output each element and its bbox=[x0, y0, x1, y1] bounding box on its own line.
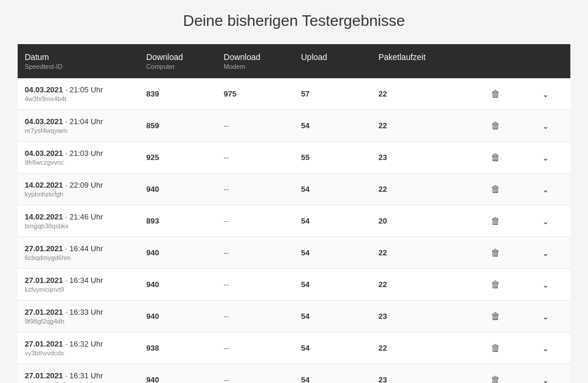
delete-icon[interactable]: 🗑 bbox=[489, 118, 503, 134]
delete-icon[interactable]: 🗑 bbox=[489, 277, 503, 292]
expand-cell[interactable]: ⌄ bbox=[520, 110, 570, 142]
chevron-down-icon[interactable]: ⌄ bbox=[540, 341, 552, 355]
chevron-down-icon[interactable]: ⌄ bbox=[540, 373, 552, 384]
time-value: · 21:46 Uhr bbox=[65, 212, 103, 221]
chevron-down-icon[interactable]: ⌄ bbox=[540, 87, 552, 101]
table-body: 04.03.2021 · 21:05 Uhr 4w3fx9mx4b4t 839 … bbox=[18, 78, 570, 383]
dl-computer-value: 940 bbox=[139, 301, 217, 332]
upload-value: 54 bbox=[294, 237, 371, 269]
speedtest-id: kypbnhzkrfgh bbox=[25, 191, 132, 198]
action-cell[interactable]: 🗑 bbox=[471, 78, 521, 110]
delete-icon[interactable]: 🗑 bbox=[489, 150, 503, 165]
action-cell[interactable]: 🗑 bbox=[471, 269, 521, 301]
time-value: · 22:09 Uhr bbox=[65, 181, 103, 189]
date-value: 27.01.2021 bbox=[25, 276, 63, 285]
table-row: 04.03.2021 · 21:03 Uhr 9fr8wczgvvnc 925 … bbox=[18, 142, 570, 174]
speedtest-id: bmgqb38qsbkx bbox=[25, 222, 132, 229]
action-cell[interactable]: 🗑 bbox=[471, 237, 521, 269]
action-cell[interactable]: 🗑 bbox=[471, 205, 521, 237]
table-row: 27.01.2021 · 16:34 Uhr kzfvymcqnvt9 940 … bbox=[18, 269, 570, 301]
col-header-datum: Datum Speedtest-ID bbox=[18, 44, 139, 78]
chevron-down-icon[interactable]: ⌄ bbox=[540, 182, 552, 197]
col-header-expand bbox=[520, 44, 570, 78]
action-cell[interactable]: 🗑 bbox=[471, 332, 521, 364]
speedtest-id: kzfvymcqnvt9 bbox=[25, 286, 132, 293]
dl-computer-value: 938 bbox=[139, 332, 217, 364]
expand-cell[interactable]: ⌄ bbox=[520, 364, 570, 384]
speedtest-id: 9fr8wczgvvnc bbox=[25, 159, 132, 166]
page-title: Deine bisherigen Testergebnisse bbox=[18, 12, 570, 30]
page-container: Deine bisherigen Testergebnisse Datum Sp… bbox=[0, 0, 588, 383]
time-value: · 16:33 Uhr bbox=[65, 308, 103, 317]
dl-computer-value: 859 bbox=[139, 110, 217, 142]
table-row: 27.01.2021 · 16:33 Uhr 9t98gf2qg4dh 940 … bbox=[18, 301, 570, 332]
col-header-actions bbox=[471, 44, 521, 78]
dl-computer-value: 940 bbox=[139, 237, 217, 269]
expand-cell[interactable]: ⌄ bbox=[520, 237, 570, 269]
col-header-upload: Upload bbox=[294, 44, 371, 78]
table-row: 27.01.2021 · 16:32 Uhr vy3bthvvdcdx 938 … bbox=[18, 332, 570, 364]
datum-cell: 27.01.2021 · 16:32 Uhr vy3bthvvdcdx bbox=[18, 332, 139, 364]
datum-cell: 04.03.2021 · 21:05 Uhr 4w3fx9mx4b4t bbox=[18, 78, 139, 110]
expand-cell[interactable]: ⌄ bbox=[520, 174, 570, 205]
time-value: · 16:31 Uhr bbox=[65, 371, 103, 380]
dl-modem-value: -- bbox=[217, 269, 294, 301]
expand-cell[interactable]: ⌄ bbox=[520, 269, 570, 301]
date-value: 14.02.2021 bbox=[25, 212, 63, 221]
action-cell[interactable]: 🗑 bbox=[471, 174, 521, 205]
dl-computer-value: 940 bbox=[139, 269, 217, 301]
expand-cell[interactable]: ⌄ bbox=[520, 142, 570, 174]
time-value: · 16:44 Uhr bbox=[65, 244, 103, 253]
date-value: 04.03.2021 bbox=[25, 117, 63, 126]
chevron-down-icon[interactable]: ⌄ bbox=[540, 214, 552, 228]
action-cell[interactable]: 🗑 bbox=[471, 364, 521, 384]
dl-computer-value: 839 bbox=[139, 78, 217, 110]
table-row: 14.02.2021 · 21:46 Uhr bmgqb38qsbkx 893 … bbox=[18, 205, 570, 237]
expand-cell[interactable]: ⌄ bbox=[520, 205, 570, 237]
chevron-down-icon[interactable]: ⌄ bbox=[540, 151, 552, 165]
delete-icon[interactable]: 🗑 bbox=[489, 372, 503, 384]
upload-value: 54 bbox=[294, 205, 371, 237]
expand-cell[interactable]: ⌄ bbox=[520, 78, 570, 110]
upload-value: 54 bbox=[294, 174, 371, 205]
upload-value: 54 bbox=[294, 110, 371, 142]
delete-icon[interactable]: 🗑 bbox=[489, 341, 503, 356]
upload-value: 55 bbox=[294, 142, 371, 174]
delete-icon[interactable]: 🗑 bbox=[489, 309, 503, 324]
chevron-down-icon[interactable]: ⌄ bbox=[540, 309, 552, 324]
paket-value: 22 bbox=[371, 110, 471, 142]
upload-value: 57 bbox=[294, 78, 371, 110]
delete-icon[interactable]: 🗑 bbox=[489, 86, 503, 102]
chevron-down-icon[interactable]: ⌄ bbox=[540, 278, 552, 292]
upload-value: 54 bbox=[294, 332, 371, 364]
action-cell[interactable]: 🗑 bbox=[471, 301, 521, 332]
paket-value: 22 bbox=[371, 174, 471, 205]
delete-icon[interactable]: 🗑 bbox=[489, 214, 503, 229]
table-header: Datum Speedtest-ID Download Computer Dow… bbox=[18, 44, 570, 78]
table-row: 27.01.2021 · 16:31 Uhr xqhkzqbgs8v6 940 … bbox=[18, 364, 570, 384]
time-value: · 21:03 Uhr bbox=[65, 149, 103, 158]
dl-modem-value: -- bbox=[217, 301, 294, 332]
delete-icon[interactable]: 🗑 bbox=[489, 182, 503, 197]
expand-cell[interactable]: ⌄ bbox=[520, 332, 570, 364]
chevron-down-icon[interactable]: ⌄ bbox=[540, 246, 552, 260]
date-value: 27.01.2021 bbox=[25, 308, 63, 317]
action-cell[interactable]: 🗑 bbox=[471, 142, 521, 174]
dl-modem-value: 975 bbox=[217, 78, 294, 110]
time-value: · 16:32 Uhr bbox=[65, 339, 103, 348]
date-value: 27.01.2021 bbox=[25, 371, 63, 380]
col-header-paket: Paketlaufzeit bbox=[371, 44, 471, 78]
action-cell[interactable]: 🗑 bbox=[471, 110, 521, 142]
upload-value: 54 bbox=[294, 301, 371, 332]
col-header-dl-modem: Download Modem bbox=[217, 44, 294, 78]
chevron-down-icon[interactable]: ⌄ bbox=[540, 119, 552, 133]
datum-cell: 27.01.2021 · 16:34 Uhr kzfvymcqnvt9 bbox=[18, 269, 139, 301]
delete-icon[interactable]: 🗑 bbox=[489, 245, 503, 261]
table-row: 14.02.2021 · 22:09 Uhr kypbnhzkrfgh 940 … bbox=[18, 174, 570, 205]
date-value: 14.02.2021 bbox=[25, 181, 63, 189]
speedtest-id: vy3bthvvdcdx bbox=[25, 349, 132, 357]
paket-value: 22 bbox=[371, 237, 471, 269]
expand-cell[interactable]: ⌄ bbox=[520, 301, 570, 332]
results-table: Datum Speedtest-ID Download Computer Dow… bbox=[18, 44, 570, 383]
dl-modem-value: -- bbox=[217, 174, 294, 205]
